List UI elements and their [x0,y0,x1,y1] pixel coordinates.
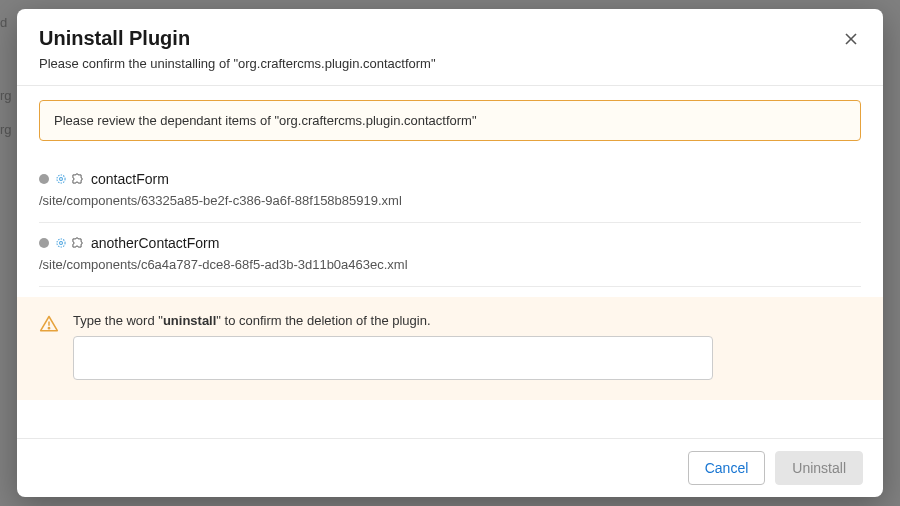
status-dot-icon [39,238,49,248]
confirm-text: Type the word "uninstall" to confirm the… [73,313,861,328]
close-button[interactable] [837,25,865,53]
warning-icon [39,314,59,334]
gear-icon [54,172,68,186]
dialog-footer: Cancel Uninstall [17,438,883,497]
dialog-title: Uninstall Plugin [39,27,861,50]
status-dot-icon [39,174,49,184]
svg-point-5 [60,242,63,245]
backdrop-text: d [0,15,7,30]
dependant-path: /site/components/c6a4a787-dce8-68f5-ad3b… [39,257,861,272]
review-banner: Please review the dependant items of "or… [39,100,861,141]
gear-icon [54,236,68,250]
dependant-item: contactForm /site/components/63325a85-be… [39,159,861,223]
confirm-text-prefix: Type the word " [73,313,163,328]
puzzle-icon [70,236,84,250]
confirm-text-suffix: " to confirm the deletion of the plugin. [216,313,430,328]
uninstall-plugin-dialog: Uninstall Plugin Please confirm the unin… [17,9,883,497]
close-icon [843,31,859,47]
cancel-button[interactable]: Cancel [688,451,766,485]
dialog-subtitle: Please confirm the uninstalling of "org.… [39,56,861,71]
dialog-body: Please review the dependant items of "or… [17,86,883,438]
puzzle-icon [70,172,84,186]
confirm-input[interactable] [73,336,713,380]
svg-point-2 [57,175,65,183]
dependant-path: /site/components/63325a85-be2f-c386-9a6f… [39,193,861,208]
backdrop-text: rg [0,88,12,103]
confirm-text-bold: uninstall [163,313,216,328]
confirm-section: Type the word "uninstall" to confirm the… [17,297,883,400]
svg-point-3 [60,178,63,181]
dependant-item: anotherContactForm /site/components/c6a4… [39,223,861,287]
dialog-header: Uninstall Plugin Please confirm the unin… [17,9,883,86]
dependant-name: anotherContactForm [91,235,219,251]
backdrop-text: rg [0,122,12,137]
dependant-name: contactForm [91,171,169,187]
svg-point-7 [48,328,49,329]
uninstall-button[interactable]: Uninstall [775,451,863,485]
svg-point-4 [57,239,65,247]
